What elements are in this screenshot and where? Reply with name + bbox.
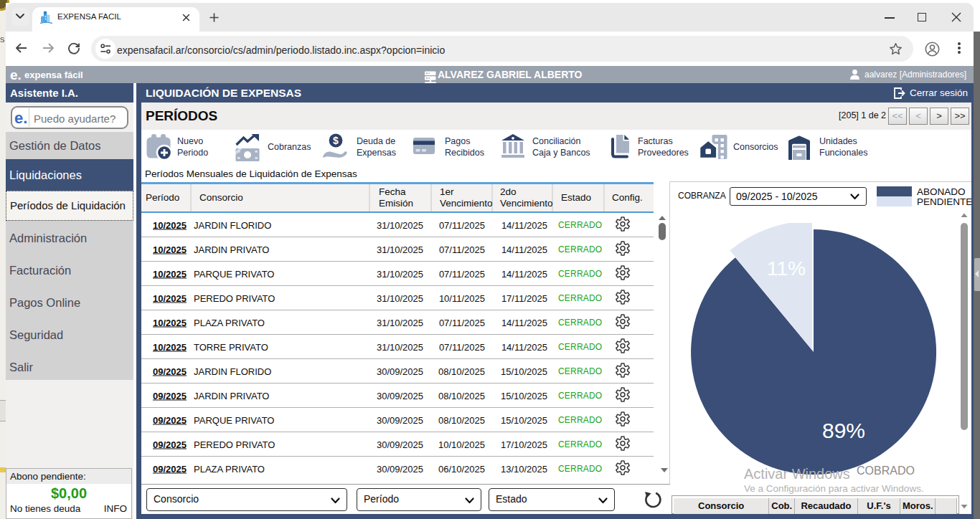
svg-text:$: $ [333,135,339,146]
